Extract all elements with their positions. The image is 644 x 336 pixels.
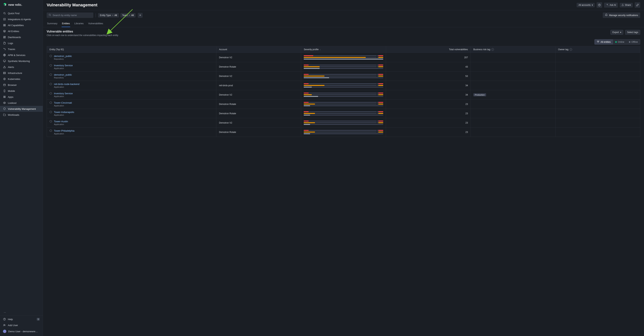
svg-rect-24 [3, 73, 6, 74]
accounts-label: All accounts [578, 4, 590, 6]
total-cell: 23 [386, 109, 470, 118]
share-button[interactable]: Share [620, 3, 633, 8]
sidebar-item-infrastructure[interactable]: Infrastructure [0, 70, 43, 76]
entity-hex-icon [50, 111, 52, 113]
entity-cell[interactable]: Inventory Service Application [50, 64, 214, 70]
table-row[interactable]: demotron_public Repository Demotron V2 5… [47, 72, 640, 81]
help-button[interactable] [596, 2, 602, 8]
severity-bars [304, 92, 383, 97]
alert-icon [3, 66, 6, 68]
entity-cell[interactable]: Tower-Austin Application [50, 120, 214, 126]
entity-cell[interactable]: demotron_public Repository [50, 73, 214, 79]
biz-cell [470, 81, 555, 90]
sidebar-item-vulnerability-management[interactable]: Vulnerability Management [0, 106, 43, 112]
svg-rect-31 [4, 90, 5, 92]
sidebar-item-quick-find[interactable]: Quick Find [0, 10, 43, 16]
sidebar-item-apps[interactable]: Apps [0, 94, 43, 100]
entity-hex-icon [50, 83, 52, 85]
sidebar-item-lookout[interactable]: Lookout [0, 100, 43, 106]
help-link[interactable]: Help 1 [0, 316, 43, 322]
segment-all-entities[interactable]: All entities [594, 40, 613, 44]
ask-ai-button[interactable]: Ask AI [604, 2, 618, 8]
entity-hex-icon [50, 55, 52, 57]
col-entity[interactable]: Entity (Top 92) [47, 46, 216, 53]
segment-offline[interactable]: Offline [627, 40, 640, 44]
add-filter-button[interactable]: ＋ [138, 13, 142, 18]
entity-cell[interactable]: reli-birds-node-backend Application [50, 83, 214, 88]
export-button[interactable]: Export ▾ [610, 30, 623, 35]
account-cell: Demotron Rotate [216, 62, 301, 72]
sidebar-item-kubernetes[interactable]: Kubernetes [0, 76, 43, 82]
sidebar-item-synthetic-monitoring[interactable]: Synthetic Monitoring [0, 58, 43, 64]
sidebar-item-dashboards[interactable]: Dashboards [0, 34, 43, 40]
tab-libraries[interactable]: Libraries [74, 20, 84, 27]
search-icon [3, 12, 6, 15]
tab-summary[interactable]: Summary [47, 20, 58, 27]
sidebar-item-all-capabilities[interactable]: All Capabilities [0, 22, 43, 28]
tab-vulnerabilities[interactable]: Vulnerabilities [88, 20, 104, 27]
biz-cell [470, 62, 555, 72]
filter-chip-entity-type[interactable]: Entity Type=All [98, 13, 119, 18]
table-row[interactable]: Inventory Service Application Demotron R… [47, 62, 640, 72]
entity-cell[interactable]: Tower-Philadelphia Application [50, 129, 214, 135]
filter-chip-team[interactable]: Team=All [120, 13, 136, 18]
table-row[interactable]: Inventory Service Application Demotron V… [47, 90, 640, 100]
total-cell: 34 [386, 81, 470, 90]
table-row[interactable]: Tower-Cincinnati Application Demotron Ro… [47, 100, 640, 109]
severity-cell [301, 81, 386, 90]
sidebar-item-traces[interactable]: Traces [0, 46, 43, 52]
account-picker[interactable]: All accounts ▾ [576, 3, 595, 7]
table-row[interactable]: Tower-Indianapolis Application Demotron … [47, 109, 640, 118]
col-total[interactable]: Total vulnerabilities [386, 46, 470, 53]
total-cell: 43 [386, 62, 470, 72]
sidebar-item-alerts[interactable]: Alerts [0, 64, 43, 70]
server-icon [3, 72, 6, 74]
nav-more[interactable]: ··· [0, 309, 43, 315]
col-biz[interactable]: Business risk tag i [470, 46, 555, 53]
svg-point-44 [49, 14, 50, 16]
select-tags-label: Select tags [627, 31, 638, 34]
entity-cell[interactable]: Tower-Cincinnati Application [50, 101, 214, 107]
chevron-down-icon: ▾ [620, 31, 621, 34]
copy-link-button[interactable] [635, 2, 640, 8]
sidebar-item-browser[interactable]: Browser [0, 82, 43, 88]
col-owner[interactable]: Owner tag i [555, 46, 640, 53]
add-user-link[interactable]: Add User [0, 322, 43, 328]
entity-name: Tower-Indianapolis [54, 111, 74, 114]
sidebar-item-integrations-agents[interactable]: Integrations & Agents [0, 16, 43, 22]
sidebar-item-all-entities[interactable]: All Entities [0, 28, 43, 34]
tab-entities[interactable]: Entities [62, 20, 70, 27]
sidebar-item-apm-services[interactable]: APM & Services [0, 52, 43, 58]
entity-name: Tower-Austin [54, 120, 68, 123]
segment-online[interactable]: Online [613, 40, 627, 44]
link-icon [636, 4, 639, 6]
entity-search[interactable] [47, 12, 93, 18]
account-cell: Demotron V2 [216, 118, 301, 128]
sidebar-item-mobile[interactable]: Mobile [0, 88, 43, 94]
table-row[interactable]: Tower-Austin Application Demotron V2 23 [47, 118, 640, 128]
severity-bars [304, 120, 383, 125]
select-tags-button[interactable]: Select tags [625, 30, 640, 35]
table-row[interactable]: Tower-Philadelphia Application Demotron … [47, 128, 640, 137]
brand-logo[interactable]: new relic. [0, 0, 43, 10]
entity-cell[interactable]: demotron_public Repository [50, 55, 214, 60]
col-account[interactable]: Account [216, 46, 301, 53]
manage-notifications-button[interactable]: Manage security notifications [603, 12, 640, 18]
current-user[interactable]: Demo User - demonewre… [0, 328, 43, 334]
col-severity[interactable]: Severity profile ↓ [301, 46, 386, 53]
search-input[interactable] [53, 14, 92, 16]
window-icon [3, 84, 6, 86]
svg-marker-52 [50, 74, 52, 76]
entity-subtype: Repository [54, 76, 72, 79]
entity-cell[interactable]: Inventory Service Application [50, 92, 214, 98]
owner-cell [555, 53, 640, 62]
severity-cell [301, 109, 386, 118]
table-row[interactable]: demotron_public Repository Demotron V2 2… [47, 53, 640, 62]
entity-cell[interactable]: Tower-Indianapolis Application [50, 111, 214, 116]
chip-key: Team [122, 14, 128, 16]
sidebar-item-workloads[interactable]: Workloads [0, 112, 43, 118]
severity-cell [301, 53, 386, 62]
section-header: Vulnerable entities Click on each row to… [43, 27, 644, 38]
table-row[interactable]: reli-birds-node-backend Application reli… [47, 81, 640, 90]
sidebar-item-logs[interactable]: Logs [0, 40, 43, 46]
